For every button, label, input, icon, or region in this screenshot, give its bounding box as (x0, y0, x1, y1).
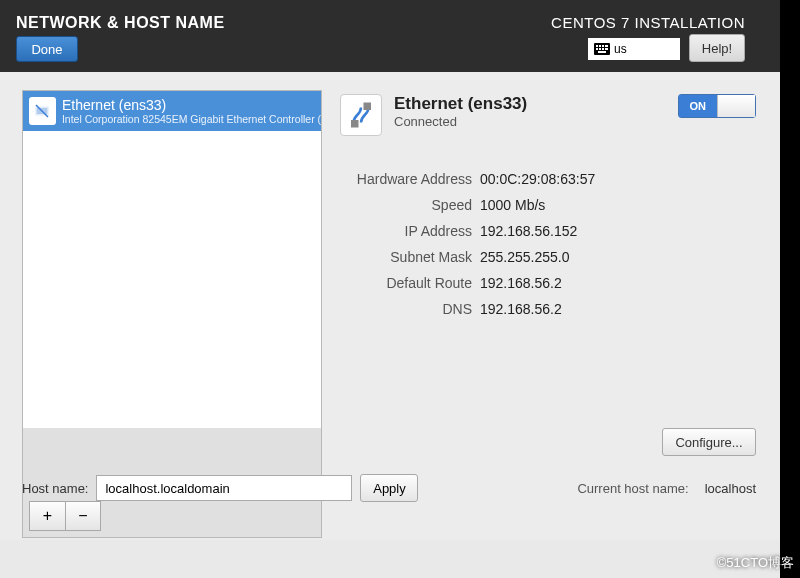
svg-rect-6 (599, 48, 601, 50)
subnet-mask-value: 255.255.255.0 (480, 244, 570, 270)
dns-value: 192.168.56.2 (480, 296, 562, 322)
help-button[interactable]: Help! (689, 34, 745, 62)
interface-item-desc: Intel Corporation 82545EM Gigabit Ethern… (62, 113, 321, 125)
default-route-label: Default Route (340, 270, 480, 296)
svg-rect-10 (351, 120, 359, 128)
detail-status: Connected (394, 114, 527, 129)
ip-address-value: 192.168.56.152 (480, 218, 577, 244)
configure-button[interactable]: Configure... (662, 428, 756, 456)
svg-rect-3 (602, 45, 604, 47)
page-title: NETWORK & HOST NAME (16, 14, 225, 32)
main-panel: Ethernet (ens33) Intel Corporation 82545… (0, 72, 780, 540)
interface-detail: Ethernet (ens33) Connected ON Hardware A… (340, 94, 756, 322)
done-button[interactable]: Done (16, 36, 78, 62)
interface-item-ens33[interactable]: Ethernet (ens33) Intel Corporation 82545… (23, 91, 321, 131)
ethernet-detail-icon (340, 94, 382, 136)
keyboard-layout-text: us (614, 42, 627, 56)
toggle-on-label: ON (679, 95, 717, 117)
interface-item-name: Ethernet (ens33) (62, 97, 321, 113)
svg-rect-5 (596, 48, 598, 50)
svg-rect-1 (596, 45, 598, 47)
current-hostname-value: localhost (705, 481, 756, 496)
hostname-row: Host name: Apply Current host name: loca… (22, 472, 756, 504)
hw-address-label: Hardware Address (340, 166, 480, 192)
detail-title: Ethernet (ens33) (394, 94, 527, 114)
speed-value: 1000 Mb/s (480, 192, 545, 218)
ethernet-icon (29, 97, 56, 125)
speed-label: Speed (340, 192, 480, 218)
svg-rect-9 (598, 51, 606, 53)
hostname-input[interactable] (96, 475, 352, 501)
svg-rect-11 (364, 103, 372, 111)
svg-rect-7 (602, 48, 604, 50)
default-route-value: 192.168.56.2 (480, 270, 562, 296)
apply-hostname-button[interactable]: Apply (360, 474, 418, 502)
detail-properties: Hardware Address00:0C:29:08:63:57 Speed1… (340, 166, 756, 322)
keyboard-icon (594, 43, 610, 55)
svg-rect-8 (605, 48, 608, 50)
hostname-label: Host name: (22, 481, 88, 496)
current-hostname-label: Current host name: (577, 481, 688, 496)
svg-rect-4 (605, 45, 608, 47)
add-interface-button[interactable]: + (29, 501, 65, 531)
ip-address-label: IP Address (340, 218, 480, 244)
toggle-knob (717, 95, 756, 117)
remove-interface-button[interactable]: − (65, 501, 101, 531)
svg-rect-2 (599, 45, 601, 47)
interface-list: Ethernet (ens33) Intel Corporation 82545… (22, 90, 322, 430)
watermark: ©51CTO博客 (717, 554, 794, 572)
dns-label: DNS (340, 296, 480, 322)
keyboard-layout-indicator[interactable]: us (588, 38, 680, 60)
subnet-mask-label: Subnet Mask (340, 244, 480, 270)
hw-address-value: 00:0C:29:08:63:57 (480, 166, 595, 192)
connection-toggle[interactable]: ON (678, 94, 756, 118)
header-bar: NETWORK & HOST NAME CENTOS 7 INSTALLATIO… (0, 0, 800, 72)
right-black-edge (780, 0, 800, 578)
installer-title: CENTOS 7 INSTALLATION (551, 14, 745, 31)
